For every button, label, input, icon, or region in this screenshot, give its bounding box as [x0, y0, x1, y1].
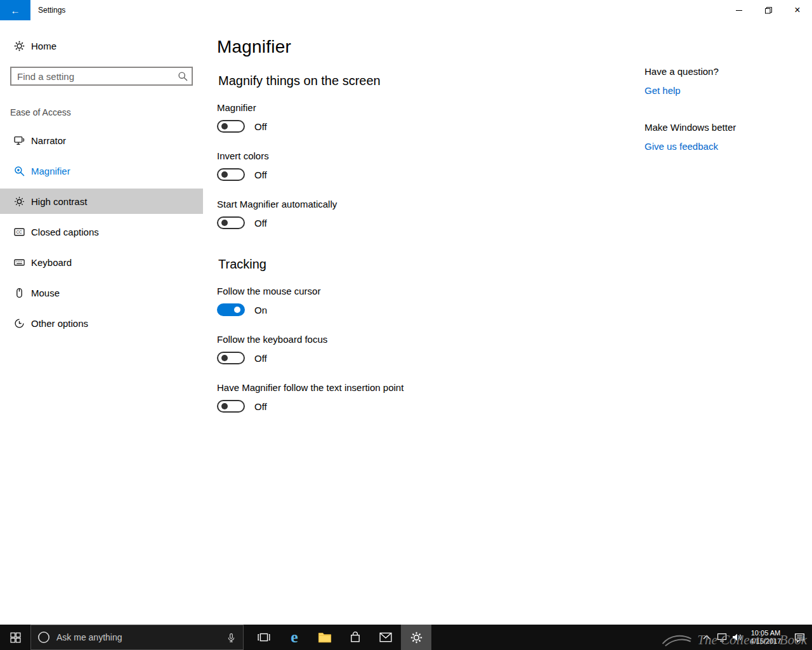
other-options-icon: [14, 318, 25, 329]
store-button[interactable]: [340, 625, 370, 650]
setting-label: Magnifier: [217, 102, 645, 113]
main-content: Magnifier Magnify things on the screen M…: [203, 20, 645, 625]
toggle-state: Off: [254, 121, 267, 132]
magnifier-toggle[interactable]: [217, 120, 245, 133]
search-input[interactable]: [10, 67, 193, 86]
settings-window: ← Settings × Home: [0, 0, 812, 650]
system-tray: 10:05 AM 4/15/2017: [699, 625, 812, 650]
follow-text-insertion-point-toggle[interactable]: [217, 400, 245, 413]
gear-icon: [14, 41, 25, 51]
cortana-search-box[interactable]: Ask me anything: [30, 625, 244, 650]
task-view-icon: [258, 632, 270, 643]
maximize-restore-button[interactable]: [754, 0, 783, 20]
sidebar-home-label: Home: [31, 41, 56, 51]
sidebar-item-label: Closed captions: [31, 227, 99, 237]
keyboard-icon: [14, 257, 25, 268]
toggle-knob: [221, 123, 228, 129]
edge-button[interactable]: e: [279, 625, 310, 650]
network-tray-button[interactable]: [714, 625, 730, 650]
clock-time: 10:05 AM: [745, 629, 787, 637]
toggle-knob: [221, 355, 228, 361]
section-heading-tracking: Tracking: [218, 257, 645, 272]
closed-captions-icon: CC: [14, 227, 25, 237]
sidebar-item-label: Keyboard: [31, 257, 72, 268]
sidebar: Home Ease of Access Narrator Magnifi: [0, 20, 203, 625]
page-title: Magnifier: [217, 37, 645, 57]
follow-mouse-cursor-toggle[interactable]: [217, 303, 245, 316]
action-center-button[interactable]: [787, 625, 812, 650]
setting-follow-text-insertion-point: Have Magnifier follow the text insertion…: [217, 382, 645, 413]
setting-label: Follow the mouse cursor: [217, 286, 645, 296]
toggle-knob: [221, 220, 228, 226]
edge-icon: e: [291, 629, 298, 646]
file-explorer-icon: [318, 632, 332, 643]
app-title: Settings: [38, 6, 65, 15]
file-explorer-button[interactable]: [310, 625, 340, 650]
network-icon: [717, 633, 727, 642]
setting-label: Invert colors: [217, 150, 645, 161]
follow-keyboard-focus-toggle[interactable]: [217, 352, 245, 364]
start-button[interactable]: [0, 625, 30, 650]
toggle-knob: [234, 307, 240, 313]
clock-date: 4/15/2017: [745, 637, 787, 646]
sidebar-item-narrator[interactable]: Narrator: [0, 128, 203, 153]
taskbar-search-placeholder: Ask me anything: [56, 632, 220, 642]
sidebar-item-mouse[interactable]: Mouse: [0, 280, 203, 305]
give-us-feedback-link[interactable]: Give us feedback: [645, 141, 718, 152]
task-view-button[interactable]: [249, 625, 279, 650]
settings-gear-icon: [410, 632, 422, 644]
have-a-question-heading: Have a question?: [645, 66, 812, 77]
setting-label: Have Magnifier follow the text insertion…: [217, 382, 645, 393]
taskbar-clock[interactable]: 10:05 AM 4/15/2017: [745, 629, 787, 646]
sidebar-item-label: Narrator: [31, 135, 66, 146]
toggle-state: Off: [254, 353, 267, 364]
setting-follow-keyboard-focus: Follow the keyboard focus Off: [217, 334, 645, 364]
settings-taskbar-button[interactable]: [401, 625, 431, 650]
toggle-state: Off: [254, 218, 267, 229]
setting-magnifier: Magnifier Off: [217, 102, 645, 133]
speaker-icon: [732, 633, 742, 642]
toggle-knob: [221, 403, 228, 409]
mail-button[interactable]: [370, 625, 401, 650]
minimize-icon: [736, 7, 742, 13]
high-contrast-icon: [14, 196, 25, 207]
taskbar: Ask me anything e: [0, 625, 812, 650]
app-body: Home Ease of Access Narrator Magnifi: [0, 20, 812, 625]
setting-label: Follow the keyboard focus: [217, 334, 645, 345]
sidebar-item-magnifier[interactable]: Magnifier: [0, 158, 203, 183]
setting-label: Start Magnifier automatically: [217, 199, 645, 209]
sidebar-item-label: Magnifier: [31, 166, 70, 176]
start-magnifier-automatically-toggle[interactable]: [217, 216, 245, 229]
close-icon: ×: [794, 4, 800, 16]
action-center-icon: [794, 632, 805, 643]
sidebar-item-keyboard[interactable]: Keyboard: [0, 249, 203, 275]
mail-icon: [379, 632, 392, 642]
minimize-button[interactable]: [724, 0, 754, 20]
cortana-circle-icon: [37, 631, 50, 644]
setting-invert-colors: Invert colors Off: [217, 150, 645, 181]
invert-colors-toggle[interactable]: [217, 168, 245, 181]
window-controls: ×: [724, 0, 812, 20]
sidebar-item-other-options[interactable]: Other options: [0, 310, 203, 336]
toggle-state: Off: [254, 169, 267, 180]
close-button[interactable]: ×: [783, 0, 812, 20]
toggle-knob: [221, 171, 228, 178]
sidebar-item-closed-captions[interactable]: CC Closed captions: [0, 219, 203, 244]
sidebar-item-home[interactable]: Home: [0, 33, 203, 58]
make-windows-better-heading: Make Windows better: [645, 122, 812, 133]
mouse-icon: [14, 288, 25, 298]
tray-expand-button[interactable]: [699, 625, 714, 650]
narrator-icon: [14, 135, 25, 146]
sidebar-item-high-contrast[interactable]: High contrast: [0, 189, 203, 214]
volume-tray-button[interactable]: [730, 625, 745, 650]
back-button[interactable]: ←: [0, 0, 30, 20]
setting-start-magnifier-automatically: Start Magnifier automatically Off: [217, 199, 645, 229]
chevron-up-icon: [703, 635, 710, 640]
windows-logo-icon: [10, 632, 21, 643]
microphone-icon[interactable]: [226, 632, 237, 642]
search-box: [10, 67, 193, 86]
titlebar: ← Settings ×: [0, 0, 812, 20]
restore-icon: [765, 7, 772, 14]
magnifier-icon: [14, 166, 25, 176]
get-help-link[interactable]: Get help: [645, 85, 681, 96]
